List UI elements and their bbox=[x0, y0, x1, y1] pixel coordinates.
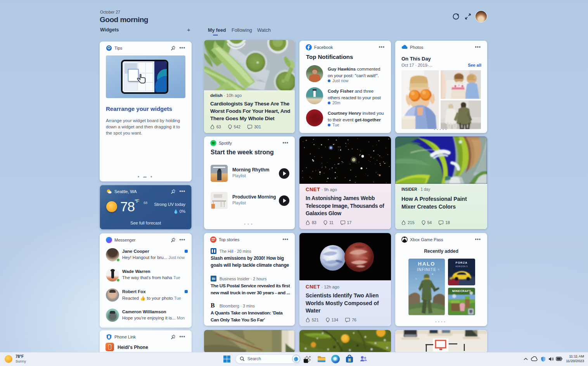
svg-text:HALO: HALO bbox=[418, 261, 436, 267]
svg-text:BI: BI bbox=[212, 277, 215, 281]
svg-text:MINECRAFT: MINECRAFT bbox=[452, 289, 471, 293]
svg-text:FORZA: FORZA bbox=[456, 261, 468, 264]
svg-text:INFINITE: INFINITE bbox=[417, 268, 436, 272]
svg-text:HORIZON 5: HORIZON 5 bbox=[455, 265, 468, 268]
